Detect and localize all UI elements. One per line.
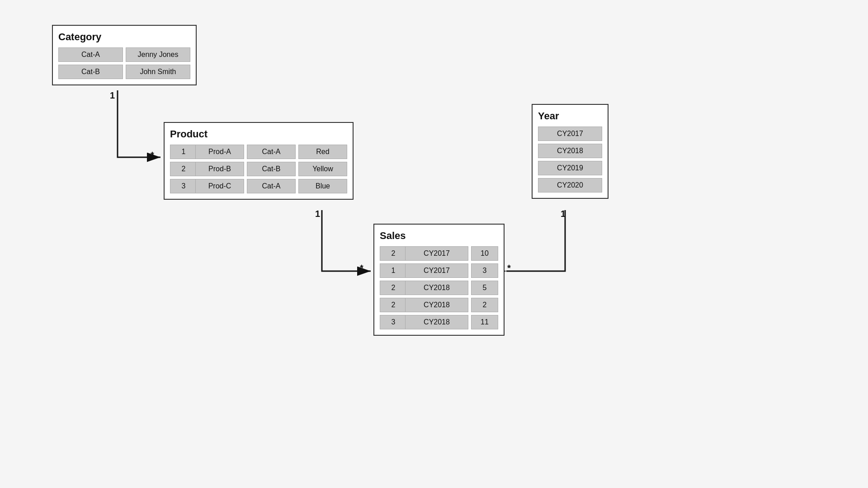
sales-cell-1-0: 1 [380, 263, 407, 278]
prod-cell-0-1: Prod-A [195, 145, 244, 159]
sales-cell-2-2: 5 [471, 281, 498, 295]
sales-cell-0-2: 10 [471, 246, 498, 261]
product-sales-star-label: * [360, 263, 363, 273]
cat-cell-1-0: Cat-B [58, 65, 123, 79]
year-grid: CY2017 CY2018 CY2019 CY2020 [538, 127, 602, 192]
sales-cell-3-0: 2 [380, 298, 407, 312]
year-sales-one-label: 1 [561, 209, 566, 219]
year-cell-1: CY2018 [538, 144, 602, 158]
sales-cell-1-1: CY2017 [405, 263, 468, 278]
prod-cell-2-1: Prod-C [195, 179, 244, 193]
year-cell-0: CY2017 [538, 127, 602, 141]
sales-cell-2-0: 2 [380, 281, 407, 295]
prod-cell-1-0: 2 [170, 162, 197, 176]
cat-cell-0-1: Jenny Jones [126, 47, 190, 62]
sales-cell-3-2: 2 [471, 298, 498, 312]
sales-cell-1-2: 3 [471, 263, 498, 278]
sales-cell-0-0: 2 [380, 246, 407, 261]
prod-cell-2-3: Blue [298, 179, 347, 193]
category-table: Category Cat-A Jenny Jones Cat-B John Sm… [52, 25, 197, 85]
prod-cell-1-1: Prod-B [195, 162, 244, 176]
sales-grid: 2 CY2017 10 1 CY2017 3 2 CY2018 5 2 CY20… [380, 246, 498, 329]
prod-cell-0-3: Red [298, 145, 347, 159]
sales-cell-3-1: CY2018 [405, 298, 468, 312]
cat-cell-1-1: John Smith [126, 65, 190, 79]
year-cell-3: CY2020 [538, 178, 602, 192]
prod-cell-2-2: Cat-A [247, 179, 296, 193]
sales-cell-4-2: 11 [471, 315, 498, 329]
prod-cell-1-2: Cat-B [247, 162, 296, 176]
product-title: Product [170, 128, 347, 140]
prod-cell-2-0: 3 [170, 179, 197, 193]
sales-cell-0-1: CY2017 [405, 246, 468, 261]
product-grid: 1 Prod-A Cat-A Red 2 Prod-B Cat-B Yellow… [170, 145, 347, 193]
diagram-canvas: 1 * 1 * 1 * Category Cat-A Jenny Jones C… [0, 0, 868, 488]
product-sales-one-label: 1 [315, 209, 320, 219]
year-table: Year CY2017 CY2018 CY2019 CY2020 [532, 104, 609, 199]
category-title: Category [58, 31, 190, 43]
sales-cell-2-1: CY2018 [405, 281, 468, 295]
sales-cell-4-1: CY2018 [405, 315, 468, 329]
year-cell-2: CY2019 [538, 161, 602, 175]
prod-cell-1-3: Yellow [298, 162, 347, 176]
cat-cell-0-0: Cat-A [58, 47, 123, 62]
product-table: Product 1 Prod-A Cat-A Red 2 Prod-B Cat-… [164, 122, 354, 200]
prod-cell-0-2: Cat-A [247, 145, 296, 159]
category-grid: Cat-A Jenny Jones Cat-B John Smith [58, 47, 190, 79]
year-title: Year [538, 110, 602, 122]
sales-table: Sales 2 CY2017 10 1 CY2017 3 2 CY2018 5 … [373, 224, 505, 336]
sales-title: Sales [380, 230, 498, 242]
sales-cell-4-0: 3 [380, 315, 407, 329]
cat-product-star-label: * [151, 150, 154, 160]
cat-product-one-label: 1 [110, 90, 115, 101]
prod-cell-0-0: 1 [170, 145, 197, 159]
year-sales-star-label: * [507, 263, 511, 273]
